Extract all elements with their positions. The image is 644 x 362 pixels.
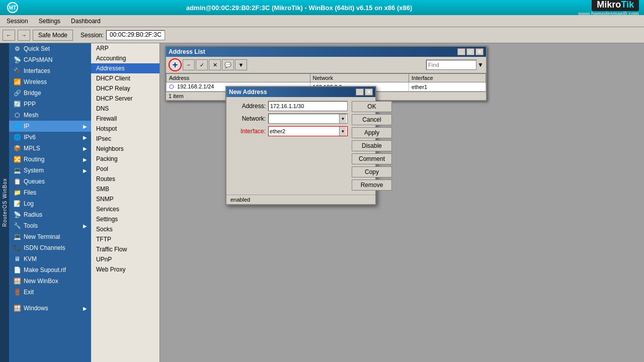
sidebar-item-capsman[interactable]: 📡 CAPsMAN <box>9 54 91 65</box>
dialog-content: Address: Network: ▼ Interface: <box>226 97 375 195</box>
network-field-label: Network: <box>230 115 266 122</box>
submenu-snmp[interactable]: SNMP <box>91 194 159 204</box>
menu-dashboard[interactable]: Dashboard <box>67 17 105 26</box>
submenu-dhcp-server[interactable]: DHCP Server <box>91 94 159 104</box>
sidebar-item-tools[interactable]: 🔧 Tools ▶ <box>9 220 91 231</box>
comment-button[interactable]: 💬 <box>222 59 234 70</box>
submenu-dhcp-relay[interactable]: DHCP Relay <box>91 83 159 94</box>
network-dropdown-button[interactable]: ▼ <box>339 114 346 123</box>
network-input[interactable] <box>270 116 339 122</box>
address-list-toolbar: + − ✓ ✕ 💬 ▼ ▼ <box>166 57 486 73</box>
maximize-button[interactable]: □ <box>466 48 474 55</box>
dialog-window-controls: _ ✕ <box>356 88 373 96</box>
dialog-fields: Address: Network: ▼ Interface: <box>230 101 348 191</box>
close-button[interactable]: ✕ <box>475 48 484 55</box>
address-list-title: Address List <box>169 48 205 55</box>
comment-dialog-button[interactable]: Comment <box>352 153 392 164</box>
mesh-icon: ⬡ <box>13 111 21 119</box>
sidebar-item-routing[interactable]: 🔀 Routing ▶ <box>9 154 91 165</box>
submenu-dhcp-client[interactable]: DHCP Client <box>91 73 159 83</box>
search-dropdown-icon[interactable]: ▼ <box>477 61 484 68</box>
search-input[interactable] <box>426 60 476 70</box>
ok-button[interactable]: OK <box>352 101 392 112</box>
sidebar-item-ipv6[interactable]: 🌐 IPv6 ▶ <box>9 132 91 143</box>
sidebar-item-log[interactable]: 📝 Log <box>9 198 91 209</box>
filter-button[interactable]: ▼ <box>235 59 247 70</box>
routing-arrow-icon: ▶ <box>83 157 87 162</box>
network-field-row: Network: ▼ <box>230 114 348 124</box>
window-title: admin@00:0C:29:B0:2F:3C (MikroTik) - Win… <box>20 4 578 12</box>
sidebar-item-supout[interactable]: 📄 Make Supout.rif <box>9 264 91 276</box>
sidebar-item-exit[interactable]: 🚪 Exit <box>9 287 91 298</box>
sidebar-item-isdn[interactable]: 📞 ISDN Channels <box>9 242 91 253</box>
submenu-tftp[interactable]: TFTP <box>91 234 159 244</box>
sidebar-item-radius[interactable]: 📡 Radius <box>9 209 91 220</box>
cancel-button[interactable]: Cancel <box>352 114 392 125</box>
dialog-close-button[interactable]: ✕ <box>365 88 373 96</box>
queues-icon: 📋 <box>13 177 21 186</box>
submenu-arp[interactable]: ARP <box>91 43 159 53</box>
address-input[interactable] <box>268 101 348 111</box>
submenu-neighbors[interactable]: Neighbors <box>91 144 159 154</box>
interface-field-label: Interface: <box>230 128 266 135</box>
sidebar-item-mesh[interactable]: ⬡ Mesh <box>9 110 91 121</box>
sidebar-item-new-winbox[interactable]: 🪟 New WinBox <box>9 276 91 287</box>
interface-dropdown-button[interactable]: ▼ <box>339 127 346 136</box>
svg-text:MT: MT <box>9 5 16 11</box>
supout-icon: 📄 <box>13 266 21 274</box>
submenu-hotspot[interactable]: Hotspot <box>91 124 159 134</box>
sidebar-item-queues[interactable]: 📋 Queues <box>9 176 91 187</box>
submenu-services[interactable]: Services <box>91 204 159 214</box>
menu-session[interactable]: Session <box>3 17 32 26</box>
files-icon: 📁 <box>13 189 21 197</box>
submenu-pool[interactable]: Pool <box>91 164 159 174</box>
submenu-upnp[interactable]: UPnP <box>91 254 159 264</box>
sidebar-item-wireless[interactable]: 📶 Wireless <box>9 76 91 87</box>
submenu-routes[interactable]: Routes <box>91 174 159 184</box>
sidebar-item-ip[interactable]: 🌐 IP ▶ <box>9 121 91 132</box>
submenu-firewall[interactable]: Firewall <box>91 114 159 124</box>
interface-input[interactable] <box>270 128 339 134</box>
submenu-traffic-flow[interactable]: Traffic Flow <box>91 244 159 254</box>
submenu-settings[interactable]: Settings <box>91 214 159 224</box>
submenu-accounting[interactable]: Accounting <box>91 53 159 63</box>
apply-button[interactable]: Apply <box>352 127 392 138</box>
disable-button[interactable]: ✕ <box>209 59 221 70</box>
sidebar-item-kvm[interactable]: 🖥 KVM <box>9 253 91 264</box>
remove-button[interactable]: Remove <box>352 179 392 191</box>
sidebar-item-interfaces[interactable]: 🔌 Interfaces <box>9 65 91 76</box>
back-button[interactable]: ← <box>3 30 15 41</box>
submenu-addresses[interactable]: Addresses <box>91 63 159 73</box>
dialog-buttons: OK Cancel Apply Disable Comment Copy Rem… <box>352 101 392 191</box>
safe-mode-button[interactable]: Safe Mode <box>33 30 73 41</box>
submenu-ipsec[interactable]: IPsec <box>91 134 159 144</box>
sidebar-item-new-terminal[interactable]: 💻 New Terminal <box>9 231 91 242</box>
interfaces-icon: 🔌 <box>13 67 21 75</box>
sidebar-item-bridge[interactable]: 🔗 Bridge <box>9 87 91 99</box>
sidebar-item-system[interactable]: 💻 System ▶ <box>9 165 91 176</box>
submenu-packing[interactable]: Packing <box>91 154 159 164</box>
sidebar-item-windows[interactable]: 🪟 Windows ▶ <box>9 303 91 314</box>
sidebar-item-files[interactable]: 📁 Files <box>9 187 91 198</box>
sidebar-item-mpls[interactable]: 📦 MPLS ▶ <box>9 143 91 154</box>
submenu-web-proxy[interactable]: Web Proxy <box>91 264 159 275</box>
sidebar-item-ppp[interactable]: 🔄 PPP <box>9 99 91 110</box>
isdn-icon: 📞 <box>13 244 21 252</box>
col-network: Network <box>310 74 409 82</box>
sidebar-item-quickset[interactable]: ⚙ Quick Set <box>9 43 91 54</box>
add-address-button[interactable]: + <box>169 58 182 71</box>
enable-button[interactable]: ✓ <box>196 59 208 70</box>
minimize-button[interactable]: _ <box>457 48 465 55</box>
minus-icon: − <box>187 62 190 68</box>
dialog-minimize-button[interactable]: _ <box>356 88 364 96</box>
remove-address-button[interactable]: − <box>183 59 195 70</box>
submenu-dns[interactable]: DNS <box>91 104 159 114</box>
forward-button[interactable]: → <box>18 30 30 41</box>
menu-settings[interactable]: Settings <box>35 17 64 26</box>
new-address-dialog: New Address _ ✕ Address: Network: <box>225 86 376 205</box>
main-layout: RouterOS WinBox ⚙ Quick Set 📡 CAPsMAN 🔌 … <box>0 43 644 362</box>
disable-dialog-button[interactable]: Disable <box>352 140 392 151</box>
copy-button[interactable]: Copy <box>352 166 392 177</box>
submenu-smb[interactable]: SMB <box>91 184 159 194</box>
submenu-socks[interactable]: Socks <box>91 224 159 234</box>
